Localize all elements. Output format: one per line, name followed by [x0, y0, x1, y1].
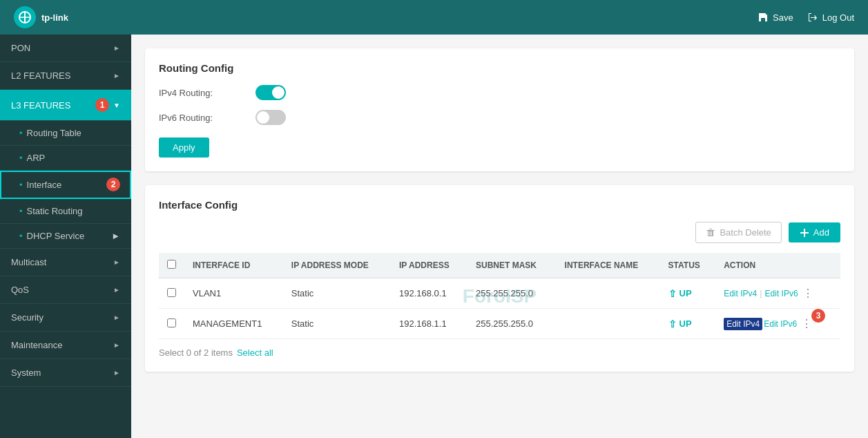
cell-subnet-mask: 255.255.255.0 — [467, 278, 557, 309]
logo-text: tp-link — [41, 12, 68, 23]
routing-config-title: Routing Config — [159, 62, 840, 74]
edit-ipv6-link-2[interactable]: Edit IPv6 — [764, 319, 797, 329]
select-info: Select 0 of 2 items Select all — [159, 347, 840, 358]
sidebar-item-arp[interactable]: • ARP — [0, 146, 131, 171]
cell-status: ⇧ UP — [660, 278, 716, 309]
sidebar-item-label: Security — [11, 312, 44, 323]
table-header-row: INTERFACE ID IP ADDRESS MODE IP ADDRESS … — [159, 253, 840, 278]
interface-badge: 2 — [106, 178, 120, 191]
col-status: STATUS — [660, 253, 716, 278]
sidebar-item-label: L3 FEATURES — [11, 100, 70, 111]
chevron-right-icon: ► — [113, 341, 120, 349]
dot-icon: • — [19, 128, 23, 138]
cell-ip-address: 192.168.0.1 — [391, 278, 467, 309]
sidebar-item-security[interactable]: Security ► — [0, 304, 131, 332]
chevron-right-icon: ► — [113, 72, 120, 79]
sidebar-item-label: Interface — [27, 180, 62, 190]
cell-interface-name — [557, 278, 660, 309]
routing-config-card: Routing Config IPv4 Routing: IPv6 Routin… — [145, 48, 854, 171]
sidebar: PON ► L2 FEATURES ► L3 FEATURES 1 ▼ • Ro… — [0, 35, 131, 438]
l3-badge: 1 — [95, 98, 109, 112]
cell-ip-address: 192.168.1.1 — [391, 309, 467, 339]
chevron-right-icon: ► — [113, 258, 120, 266]
col-action: ACTION — [715, 253, 840, 278]
cell-interface-name — [557, 309, 660, 339]
chevron-right-icon: ► — [113, 369, 120, 377]
toggle-slider-ipv6[interactable] — [255, 110, 286, 125]
action-badge: 3 — [811, 309, 825, 323]
row-checkbox-2[interactable] — [167, 318, 176, 327]
chevron-down-icon: ▼ — [113, 102, 120, 109]
table-row: MANAGEMENT1 Static 192.168.1.1 255.255.2… — [159, 309, 840, 339]
col-subnet-mask: SUBNET MASK — [467, 253, 557, 278]
sidebar-item-maintenance[interactable]: Maintenance ► — [0, 332, 131, 359]
sidebar-item-label: L2 FEATURES — [11, 70, 70, 81]
batch-delete-button[interactable]: Batch Delete — [695, 222, 781, 243]
logout-button[interactable]: Log Out — [807, 12, 854, 23]
apply-button[interactable]: Apply — [159, 137, 209, 158]
sidebar-item-l3features[interactable]: L3 FEATURES 1 ▼ — [0, 90, 131, 121]
sidebar-item-dhcp-service[interactable]: • DHCP Service ► — [0, 224, 131, 249]
sidebar-item-interface[interactable]: • Interface 2 — [0, 171, 131, 199]
dot-icon: • — [19, 206, 23, 216]
col-interface-name: INTERFACE NAME — [557, 253, 660, 278]
sidebar-item-label: System — [11, 368, 41, 378]
sidebar-item-label: Static Routing — [27, 206, 83, 216]
select-all-checkbox[interactable] — [167, 260, 176, 269]
cell-subnet-mask: 255.255.255.0 — [467, 309, 557, 339]
col-ip-mode: IP ADDRESS MODE — [283, 253, 391, 278]
up-arrow-icon: ⇧ — [668, 288, 677, 299]
sidebar-item-label: ARP — [27, 153, 46, 163]
chevron-right-icon: ► — [111, 231, 120, 241]
header-actions: Save Log Out — [758, 12, 854, 23]
cell-interface-id: MANAGEMENT1 — [184, 309, 283, 339]
sidebar-item-qos[interactable]: QoS ► — [0, 276, 131, 304]
more-button-1[interactable]: ⋮ — [800, 285, 816, 301]
chevron-right-icon: ► — [113, 44, 120, 52]
sidebar-item-static-routing[interactable]: • Static Routing — [0, 199, 131, 224]
ipv4-label: IPv4 Routing: — [159, 88, 255, 98]
ipv6-label: IPv6 Routing: — [159, 113, 255, 123]
sidebar-item-multicast[interactable]: Multicast ► — [0, 249, 131, 276]
ipv6-routing-row: IPv6 Routing: — [159, 110, 840, 125]
edit-ipv6-link-1[interactable]: Edit IPv6 — [765, 289, 798, 298]
logo-icon — [14, 6, 36, 28]
interface-table-container: ForoISP INTERFACE ID IP ADDRESS MODE IP … — [159, 253, 840, 339]
app-header: tp-link Save Log Out — [0, 0, 868, 35]
row-checkbox-1[interactable] — [167, 288, 176, 297]
cell-status: ⇧ UP — [660, 309, 716, 339]
chevron-right-icon: ► — [113, 314, 120, 321]
chevron-right-icon: ► — [113, 286, 120, 294]
save-button[interactable]: Save — [758, 12, 793, 23]
sidebar-item-routing-table[interactable]: • Routing Table — [0, 121, 131, 146]
ipv6-toggle[interactable] — [255, 110, 286, 125]
select-all-link[interactable]: Select all — [237, 347, 273, 358]
ipv4-toggle[interactable] — [255, 85, 286, 100]
sidebar-item-label: PON — [11, 43, 30, 53]
sidebar-item-pon[interactable]: PON ► — [0, 35, 131, 62]
toggle-slider-ipv4[interactable] — [255, 85, 286, 100]
cell-interface-id: VLAN1 — [184, 278, 283, 309]
edit-ipv4-link-1[interactable]: Edit IPv4 — [724, 289, 757, 298]
dot-icon: • — [19, 153, 23, 163]
dot-icon: • — [19, 231, 23, 241]
col-ip-address: IP ADDRESS — [391, 253, 467, 278]
sidebar-item-label: DHCP Service — [27, 231, 85, 241]
cell-ip-mode: Static — [283, 309, 391, 339]
sidebar-item-label: Maintenance — [11, 340, 62, 350]
logo: tp-link — [14, 6, 68, 28]
col-interface-id: INTERFACE ID — [184, 253, 283, 278]
sidebar-item-system[interactable]: System ► — [0, 359, 131, 387]
cell-action: Edit IPv4 | Edit IPv6 ⋮ — [715, 278, 840, 309]
table-row: VLAN1 Static 192.168.0.1 255.255.255.0 ⇧… — [159, 278, 840, 309]
interface-table: INTERFACE ID IP ADDRESS MODE IP ADDRESS … — [159, 253, 840, 339]
content-area: Routing Config IPv4 Routing: IPv6 Routin… — [131, 35, 868, 438]
sidebar-item-label: Routing Table — [27, 128, 81, 138]
dot-icon: • — [19, 180, 23, 190]
sidebar-item-label: Multicast — [11, 257, 46, 267]
ipv4-routing-row: IPv4 Routing: — [159, 85, 840, 100]
sidebar-item-l2features[interactable]: L2 FEATURES ► — [0, 62, 131, 90]
add-button[interactable]: Add — [789, 222, 840, 242]
edit-ipv4-link-2[interactable]: Edit IPv4 — [724, 318, 762, 330]
up-arrow-icon: ⇧ — [668, 318, 677, 330]
